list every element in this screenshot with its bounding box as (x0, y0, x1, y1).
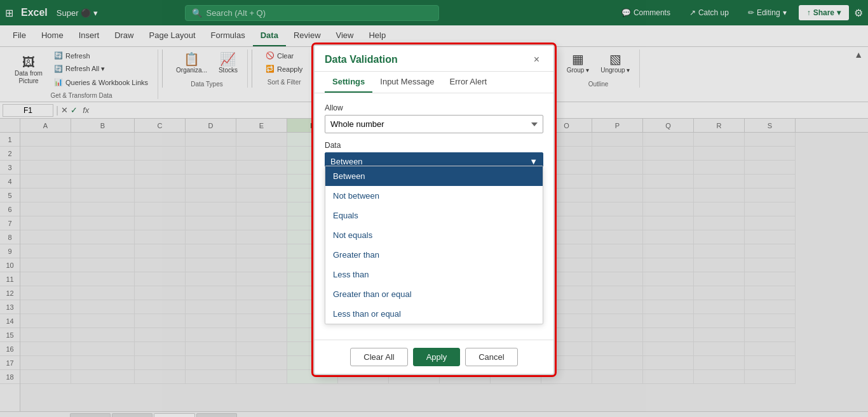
modal-header: Data Validation × (315, 46, 553, 72)
modal-tab-input-message[interactable]: Input Message (372, 72, 442, 93)
cancel-button[interactable]: Cancel (465, 348, 517, 366)
modal-close-button[interactable]: × (530, 53, 543, 66)
dropdown-item-less-than[interactable]: Less than (325, 265, 543, 284)
dropdown-item-greater-than-or-equal[interactable]: Greater than or equal (325, 284, 543, 304)
modal-tab-error-alert[interactable]: Error Alert (442, 72, 495, 93)
clear-all-button[interactable]: Clear All (350, 348, 407, 366)
modal-tabs: Settings Input Message Error Alert (315, 72, 553, 93)
dropdown-arrow-icon: ▼ (529, 157, 538, 166)
dropdown-item-equals[interactable]: Equals (325, 206, 543, 225)
dropdown-item-greater-than[interactable]: Greater than (325, 245, 543, 265)
dropdown-list: Between Not between Equals Not equals Gr… (325, 166, 543, 324)
allow-label: Allow (325, 103, 543, 112)
allow-select[interactable]: Any value Whole number Decimal List Date… (325, 115, 543, 133)
data-label: Data (325, 141, 543, 150)
modal-title: Data Validation (325, 54, 398, 65)
modal-overlay: Data Validation × Settings Input Message… (0, 0, 868, 417)
data-validation-modal: Data Validation × Settings Input Message… (313, 44, 555, 375)
modal-tab-settings[interactable]: Settings (325, 72, 372, 93)
data-select-value: Between (330, 157, 363, 166)
dropdown-item-less-than-or-equal[interactable]: Less than or equal (325, 304, 543, 324)
modal-body: Allow Any value Whole number Decimal Lis… (315, 93, 553, 340)
dropdown-item-between[interactable]: Between (325, 166, 543, 186)
apply-button[interactable]: Apply (413, 348, 461, 366)
modal-footer: Clear All Apply Cancel (315, 340, 553, 374)
dropdown-item-not-equals[interactable]: Not equals (325, 225, 543, 245)
dropdown-item-not-between[interactable]: Not between (325, 186, 543, 206)
